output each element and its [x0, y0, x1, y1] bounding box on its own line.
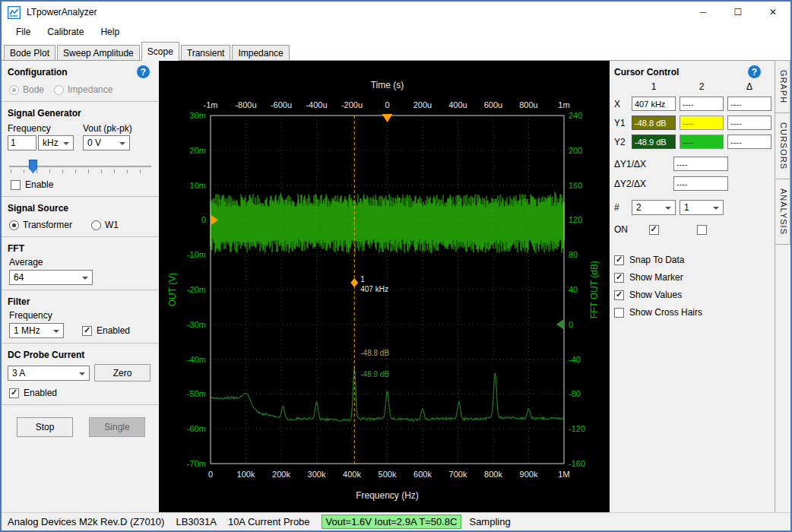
divider — [2, 290, 159, 290]
transformer-radio[interactable] — [9, 220, 19, 230]
help-icon[interactable]: ? — [748, 65, 761, 78]
dy1-dx-value: ---- — [673, 157, 728, 171]
show-marker-checkbox[interactable] — [614, 273, 624, 283]
cursor-count-label: # — [614, 202, 628, 213]
impedance-radio-label: Impedance — [68, 84, 112, 95]
close-icon[interactable]: ✕ — [756, 2, 790, 23]
svg-text:200: 200 — [569, 146, 582, 155]
y1-row-label: Y1 — [614, 118, 628, 128]
svg-text:-48.9 dB: -48.9 dB — [360, 370, 389, 378]
svg-text:407 kHz: 407 kHz — [360, 285, 388, 293]
transformer-radio-label: Transformer — [23, 220, 72, 230]
app-window: LTpowerAnalyzer ─ ☐ ✕ File Calibrate Hel… — [0, 0, 792, 532]
snap-to-data-label: Snap To Data — [629, 255, 685, 265]
svg-text:1m: 1m — [558, 100, 569, 109]
menu-help[interactable]: Help — [92, 24, 128, 40]
svg-text:0: 0 — [201, 215, 206, 224]
window-title: LTpowerAnalyzer — [27, 7, 97, 17]
dy1-dx-label: ΔY1/ΔX — [614, 159, 670, 169]
cursor2-number-select[interactable]: 1 — [680, 200, 724, 215]
tab-transient[interactable]: Transient — [181, 45, 231, 60]
status-measurement: Vout=1.6V Iout=2.9A T=50.8C — [322, 515, 462, 529]
help-icon[interactable]: ? — [137, 65, 150, 78]
show-values-label: Show Values — [629, 290, 682, 300]
svg-text:700k: 700k — [449, 470, 467, 479]
side-tab-analysis[interactable]: ANALYSIS — [775, 179, 790, 245]
svg-text:-48.8 dB: -48.8 dB — [360, 349, 389, 357]
tab-sweep-amplitude[interactable]: Sweep Amplitude — [57, 45, 140, 60]
divider — [2, 343, 159, 344]
svg-text:FFT OUT (dB): FFT OUT (dB) — [589, 261, 600, 318]
y2-row-label: Y2 — [614, 137, 628, 147]
y2-cursor2-swatch: ---- — [680, 135, 724, 149]
filter-frequency-label: Frequency — [9, 310, 52, 321]
dc-probe-enabled-label: Enabled — [24, 388, 57, 398]
maximize-icon[interactable]: ☐ — [721, 2, 756, 23]
average-select[interactable]: 64 — [9, 270, 93, 285]
cursor1-number-select[interactable]: 2 — [632, 200, 676, 215]
divider — [2, 196, 159, 197]
x-row-label: X — [614, 99, 628, 109]
menu-calibrate[interactable]: Calibrate — [39, 24, 92, 40]
svg-text:120: 120 — [569, 215, 582, 224]
filter-title: Filter — [2, 295, 159, 309]
minimize-icon[interactable]: ─ — [686, 2, 721, 23]
cursor2-on-checkbox[interactable] — [697, 225, 707, 235]
svg-text:300k: 300k — [308, 470, 326, 479]
filter-frequency-select[interactable]: 1 MHz — [9, 323, 64, 338]
configuration-panel: Configuration ? Bode Impedance Signal Ge… — [2, 61, 159, 512]
y2-delta-value: ---- — [727, 135, 771, 149]
status-bar: Analog Devices M2k Rev.D (Z7010) LB3031A… — [2, 512, 790, 530]
y1-cursor1-value: -48.8 dB — [632, 116, 676, 130]
show-cross-hairs-checkbox[interactable] — [614, 308, 624, 318]
x-cursor1-value: 407 kHz — [632, 97, 676, 111]
stop-button[interactable]: Stop — [17, 417, 73, 437]
zero-button[interactable]: Zero — [94, 364, 150, 382]
amplitude-slider[interactable] — [9, 158, 151, 176]
filter-enabled-checkbox[interactable] — [82, 326, 92, 336]
enable-checkbox[interactable] — [11, 180, 21, 190]
svg-text:-80: -80 — [569, 389, 581, 398]
title-bar: LTpowerAnalyzer ─ ☐ ✕ — [2, 2, 790, 23]
frequency-unit-select[interactable]: kHz — [38, 135, 74, 150]
svg-text:240: 240 — [569, 111, 582, 120]
svg-text:0: 0 — [385, 100, 389, 109]
app-icon — [8, 6, 21, 19]
tab-scope[interactable]: Scope — [141, 42, 179, 61]
svg-text:40: 40 — [569, 285, 578, 294]
vout-select[interactable]: 0 V — [83, 135, 130, 150]
show-marker-label: Show Marker — [629, 272, 683, 283]
svg-text:20m: 20m — [190, 146, 206, 155]
cursor1-on-checkbox[interactable] — [649, 225, 659, 235]
w1-radio[interactable] — [91, 220, 101, 230]
tab-bar: Bode Plot Sweep Amplitude Scope Transien… — [2, 41, 790, 61]
dc-probe-enabled-checkbox[interactable] — [9, 388, 19, 398]
bode-radio — [9, 85, 19, 95]
svg-text:OUT (V): OUT (V) — [167, 273, 178, 306]
tab-impedance[interactable]: Impedance — [232, 45, 289, 60]
cursor-control-title: Cursor Control — [614, 67, 679, 78]
svg-text:800u: 800u — [519, 100, 537, 109]
status-board: LB3031A — [176, 516, 217, 527]
dc-probe-current-select[interactable]: 3 A — [8, 366, 90, 381]
snap-to-data-checkbox[interactable] — [614, 255, 624, 265]
svg-text:30m: 30m — [190, 111, 206, 120]
dy2-dx-label: ΔY2/ΔX — [614, 179, 670, 189]
enable-checkbox-label: Enable — [25, 179, 53, 190]
side-tab-graph[interactable]: GRAPH — [775, 60, 790, 113]
svg-text:-50m: -50m — [187, 389, 206, 398]
status-probe: 10A Current Probe — [228, 516, 310, 527]
dc-probe-title: DC Probe Current — [2, 348, 159, 362]
on-row-label: ON — [614, 224, 628, 235]
tab-bode-plot[interactable]: Bode Plot — [4, 45, 55, 60]
scope-plot[interactable]: 1407 kHz-48.8 dB-48.9 dB-1m-800u-600u-40… — [159, 61, 610, 512]
side-tab-cursors[interactable]: CURSORS — [775, 112, 790, 179]
menu-file[interactable]: File — [8, 24, 39, 40]
svg-text:-200u: -200u — [341, 100, 363, 109]
frequency-label: Frequency — [8, 123, 74, 134]
frequency-input[interactable] — [8, 135, 36, 150]
w1-radio-label: W1 — [105, 220, 119, 230]
show-values-checkbox[interactable] — [614, 290, 624, 300]
show-cross-hairs-label: Show Cross Hairs — [629, 307, 702, 318]
vout-label: Vout (pk-pk) — [83, 123, 132, 134]
